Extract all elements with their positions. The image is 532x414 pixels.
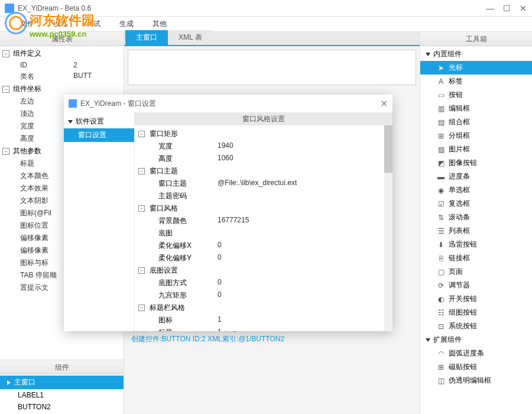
toolbox-item-icon: ⊞ bbox=[437, 132, 445, 140]
dialog-property-row[interactable]: 标题1 bbox=[135, 326, 392, 331]
toolbox-item-icon: ☰ bbox=[437, 227, 445, 235]
toolbox-item[interactable]: ◐开关按钮 bbox=[420, 292, 532, 306]
component-item[interactable]: 主窗口 bbox=[0, 376, 124, 389]
toolbox-item[interactable]: ▬进度条 bbox=[420, 170, 532, 183]
toolbox-item-icon: ➤ bbox=[437, 64, 445, 72]
toolbox-item[interactable]: ⟳调节器 bbox=[420, 279, 532, 292]
dialog-property-row[interactable]: 高度1060 bbox=[135, 153, 392, 165]
toolbox-item-icon: A bbox=[437, 77, 445, 86]
toolbox-item-icon: ▨ bbox=[437, 145, 445, 154]
property-row[interactable]: 类名BUTT bbox=[0, 70, 124, 83]
dialog-title: EX_YiDream - 窗口设置 bbox=[80, 99, 156, 109]
menubar: 文件 设置 调试 生成 其他 bbox=[0, 17, 532, 32]
dialog-section[interactable]: −底图设置 bbox=[135, 264, 392, 277]
toolbox-item-icon: ⊡ bbox=[437, 322, 445, 331]
toolbox-item-icon: ▤ bbox=[437, 118, 445, 127]
toolbox-header: 工具箱 bbox=[420, 32, 532, 46]
dialog-property-row[interactable]: 底图方式0 bbox=[135, 277, 392, 289]
tab[interactable]: XML 表 bbox=[168, 30, 213, 45]
toolbox-item[interactable]: ☰列表框 bbox=[420, 224, 532, 238]
close-button[interactable]: ✕ bbox=[519, 4, 527, 12]
dialog-icon bbox=[69, 99, 77, 108]
dialog-property-row[interactable]: 柔化偏移Y0 bbox=[135, 252, 392, 264]
toolbox-item[interactable]: A标签 bbox=[420, 75, 532, 88]
toolbox-item[interactable]: ☷组图按钮 bbox=[420, 306, 532, 319]
toolbox-item-icon: ◉ bbox=[437, 186, 445, 195]
dialog-property-row[interactable]: 图标1 bbox=[135, 314, 392, 326]
dialog-section[interactable]: −窗口风格 bbox=[135, 202, 392, 215]
app-icon bbox=[5, 4, 14, 13]
toolbox-group[interactable]: 扩展组件 bbox=[420, 333, 532, 347]
toolbox-item[interactable]: ⬇迅雷按钮 bbox=[420, 238, 532, 251]
toolbox-item-icon: ▭ bbox=[437, 91, 445, 99]
toolbox-item-icon: ⟳ bbox=[437, 282, 445, 290]
property-group[interactable]: −组件定义 bbox=[0, 47, 124, 60]
toolbox-item-icon: ◠ bbox=[437, 350, 445, 358]
dialog-section[interactable]: −窗口主题 bbox=[135, 165, 392, 177]
toolbox-item-icon: ▬ bbox=[437, 173, 445, 181]
menu-settings[interactable]: 设置 bbox=[44, 19, 77, 29]
dialog-property-row[interactable]: 底图 bbox=[135, 227, 392, 240]
toolbox-item-icon: ☷ bbox=[437, 309, 445, 317]
minimize-button[interactable]: — bbox=[486, 4, 494, 12]
property-row[interactable]: ID2 bbox=[0, 60, 124, 70]
dialog-section[interactable]: −标题栏风格 bbox=[135, 302, 392, 314]
toolbox-group[interactable]: 内置组件 bbox=[420, 47, 532, 61]
toolbox-item[interactable]: ⎘链接框 bbox=[420, 251, 532, 265]
toolbox-item[interactable]: ◉单选框 bbox=[420, 183, 532, 197]
toolbox-item-icon: ⊞ bbox=[437, 363, 445, 371]
component-item[interactable]: BUTTON2 bbox=[0, 401, 124, 413]
toolbox-item[interactable]: ➤光标 bbox=[420, 61, 532, 75]
maximize-button[interactable]: ☐ bbox=[502, 4, 511, 12]
menu-debug[interactable]: 调试 bbox=[77, 19, 110, 29]
dialog-content: −窗口矩形宽度1940高度1060−窗口主题窗口主题@File:.\lib\ex… bbox=[135, 125, 392, 331]
toolbox: 内置组件➤光标A标签▭按钮▥编辑框▤组合框⊞分组框▨图片框◩图像按钮▬进度条◉单… bbox=[420, 46, 532, 414]
dialog-property-row[interactable]: 主题密码 bbox=[135, 190, 392, 202]
toolbox-item-icon: ▥ bbox=[437, 105, 445, 113]
toolbox-item[interactable]: ▨图片框 bbox=[420, 143, 532, 156]
right-panel: 工具箱 内置组件➤光标A标签▭按钮▥编辑框▤组合框⊞分组框▨图片框◩图像按钮▬进… bbox=[420, 32, 532, 414]
toolbox-item[interactable]: ◠圆弧进度条 bbox=[420, 347, 532, 360]
settings-dialog: EX_YiDream - 窗口设置 ✕ 软件设置 窗口设置 窗口风格设置 −窗口… bbox=[64, 95, 392, 331]
menu-build[interactable]: 生成 bbox=[110, 19, 143, 29]
toolbox-item[interactable]: ☑复选框 bbox=[420, 197, 532, 211]
toolbox-item[interactable]: ◫伪透明编辑框 bbox=[420, 374, 532, 387]
toolbox-item[interactable]: ⊞磁贴按钮 bbox=[420, 360, 532, 374]
toolbox-item[interactable]: ⇅滚动条 bbox=[420, 211, 532, 224]
tabs: 主窗口XML 表 bbox=[124, 32, 420, 46]
dialog-scrollbar[interactable] bbox=[384, 125, 392, 331]
menu-other[interactable]: 其他 bbox=[143, 19, 176, 29]
dialog-sidebar-group[interactable]: 软件设置 bbox=[64, 115, 134, 128]
toolbox-item[interactable]: ▤组合框 bbox=[420, 115, 532, 129]
property-group[interactable]: −组件坐标 bbox=[0, 83, 124, 95]
dialog-property-row[interactable]: 窗口主题@File:.\lib\ex_directui.ext bbox=[135, 177, 392, 190]
dialog-property-row[interactable]: 柔化偏移X0 bbox=[135, 240, 392, 252]
toolbox-item[interactable]: ⊡系统按钮 bbox=[420, 319, 532, 333]
toolbox-item-icon: ☑ bbox=[437, 200, 445, 208]
menu-file[interactable]: 文件 bbox=[11, 19, 44, 29]
toolbox-item[interactable]: ▥编辑框 bbox=[420, 102, 532, 115]
toolbox-item-icon: ▢ bbox=[437, 268, 445, 276]
toolbox-item[interactable]: ⊞分组框 bbox=[420, 129, 532, 143]
toolbox-item-icon: ◐ bbox=[437, 295, 445, 303]
toolbox-item[interactable]: ▭按钮 bbox=[420, 88, 532, 102]
dialog-sidebar-item-window[interactable]: 窗口设置 bbox=[64, 128, 134, 142]
dialog-close-button[interactable]: ✕ bbox=[380, 98, 388, 109]
toolbox-item-icon: ⇅ bbox=[437, 214, 445, 222]
toolbox-item[interactable]: ◩图像按钮 bbox=[420, 156, 532, 170]
components-list: 主窗口LABEL1BUTTON2 bbox=[0, 374, 124, 414]
window-title: EX_YiDream - Beta 0.6 bbox=[18, 4, 486, 12]
log-line: 创建控件:BUTTON ID:2 XML索引:@1/BUTTON2 bbox=[131, 334, 413, 344]
components-header: 组件 bbox=[0, 360, 124, 374]
dialog-property-row[interactable]: 背景颜色16777215 bbox=[135, 215, 392, 227]
canvas-box[interactable] bbox=[128, 50, 416, 85]
dialog-titlebar[interactable]: EX_YiDream - 窗口设置 ✕ bbox=[64, 95, 392, 112]
dialog-property-row[interactable]: 九宫矩形0 bbox=[135, 289, 392, 302]
window-titlebar: EX_YiDream - Beta 0.6 — ☐ ✕ bbox=[0, 0, 532, 17]
component-item[interactable]: LABEL1 bbox=[0, 389, 124, 401]
dialog-property-row[interactable]: 宽度1940 bbox=[135, 140, 392, 153]
properties-header: 属性表 bbox=[0, 32, 124, 46]
toolbox-item[interactable]: ▢页面 bbox=[420, 265, 532, 279]
tab[interactable]: 主窗口 bbox=[125, 30, 168, 45]
dialog-section[interactable]: −窗口矩形 bbox=[135, 128, 392, 140]
